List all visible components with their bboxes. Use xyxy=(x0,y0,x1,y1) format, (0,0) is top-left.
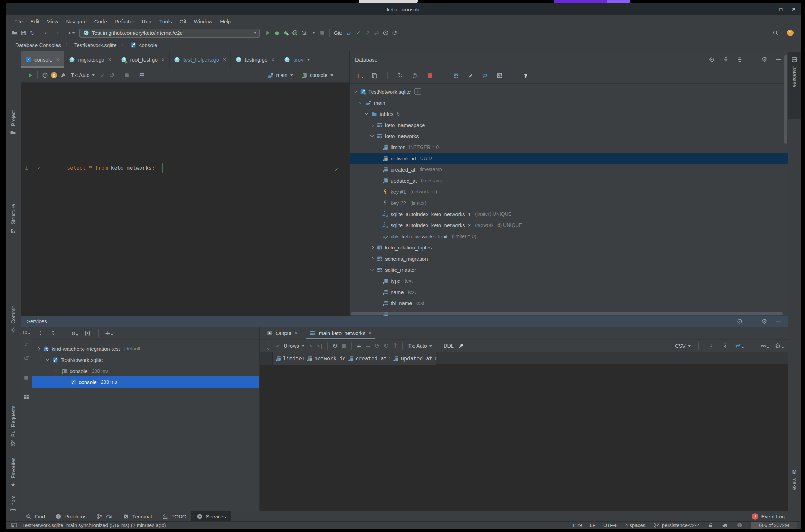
editor-tab-migrator-go[interactable]: migrator.go✕ xyxy=(64,51,116,68)
services-stop-button[interactable] xyxy=(22,373,31,382)
breadcrumb-item-console[interactable]: console xyxy=(130,42,157,49)
open-folder-button[interactable] xyxy=(10,29,19,38)
status-item-1-29[interactable]: 1:29 xyxy=(572,523,582,528)
db-stop-red-button[interactable] xyxy=(425,71,434,80)
db-tree-row-limiter[interactable]: limiterINTEGER = 0 xyxy=(350,142,788,153)
tool-strip-database[interactable]: Database xyxy=(788,52,801,119)
status-item-utf-8[interactable]: UTF-8 xyxy=(603,523,618,528)
services-expand-all-button[interactable] xyxy=(36,328,45,338)
db-tree-row-network_id[interactable]: network_idUUID xyxy=(350,153,788,164)
close-icon[interactable]: ✕ xyxy=(108,57,112,62)
tool-window-button-todo[interactable]: TODO xyxy=(157,511,191,521)
tool-window-button-git[interactable]: Git xyxy=(92,511,118,521)
db-tree-row-chk_keto_networks_limit[interactable]: chk_keto_networks_limit(limiter = 0) xyxy=(350,231,788,242)
db-tree-row-tbl_name[interactable]: tbl_nametext xyxy=(350,297,788,309)
tool-strip-favorites[interactable]: Favorites★ xyxy=(6,432,20,488)
db-tree-row-sqlite_autoindex_keto_networks_1[interactable]: iusqlite_autoindex_keto_networks_1(limit… xyxy=(350,208,788,220)
profile-p-button[interactable]: p xyxy=(49,71,58,80)
save-button[interactable] xyxy=(19,29,28,38)
services-tx-select[interactable]: Tx xyxy=(22,329,31,335)
output-layout-button[interactable]: ▤ xyxy=(137,71,146,80)
services-rollback-dim-button[interactable]: ↺ xyxy=(22,354,31,363)
chevron-right-icon[interactable] xyxy=(369,257,375,260)
maximize-button[interactable]: □ xyxy=(779,7,782,13)
db-edit-button[interactable] xyxy=(466,71,475,80)
menu-tools[interactable]: Tools xyxy=(155,15,176,27)
status-item-persistence-v2-2[interactable]: persistence-v2-2 xyxy=(653,522,699,529)
services-settings-button[interactable]: ⚙ xyxy=(760,317,769,326)
services-tree-row-console[interactable]: console238 ms xyxy=(32,365,259,376)
run-configuration-select[interactable]: Test in github.com/ory/keto/internal/e2e xyxy=(79,29,260,38)
tool-strip-structure[interactable]: Structure xyxy=(6,159,20,234)
db-tree-row-created_at[interactable]: created_attimestamp xyxy=(350,164,788,175)
horizontal-scrollbar[interactable] xyxy=(351,312,783,315)
breadcrumb-item-testnetwork-sqlite[interactable]: TestNetwork.sqlite xyxy=(74,42,117,48)
editor-tab-testing-go[interactable]: testing.go✕ xyxy=(231,51,279,68)
debug-button[interactable] xyxy=(272,29,281,38)
git-rollback-button[interactable]: ↺ xyxy=(390,29,399,38)
tool-strip-make[interactable]: Mmake xyxy=(788,469,801,504)
grid-upload-button[interactable] xyxy=(720,341,729,350)
sql-statement[interactable]: select * from keto_networks; xyxy=(67,165,155,171)
services-add-dd-button[interactable]: + xyxy=(105,328,114,338)
tool-window-layout-button[interactable] xyxy=(10,522,17,529)
dropdown-button[interactable] xyxy=(308,29,318,38)
db-tree-row-sqlite_autoindex_keto_networks_2[interactable]: iusqlite_autoindex_keto_networks_2(netwo… xyxy=(350,220,788,231)
grid-column-header-updated_at[interactable]: updated_at↕ xyxy=(390,352,436,365)
grid-view-options-button[interactable] xyxy=(760,341,769,350)
db-tree-row-testnetwork-sqlite[interactable]: TestNetwork.sqlite1 xyxy=(350,86,788,97)
db-tree-row-sqlite_master[interactable]: sqlite_master xyxy=(350,264,788,275)
session-select[interactable]: console xyxy=(301,72,333,79)
services-grid-button[interactable] xyxy=(22,392,31,401)
chevron-down-icon[interactable] xyxy=(45,359,50,360)
editor-tab-test_helpers-go[interactable]: test_helpers.go✕ xyxy=(170,51,231,68)
chevron-down-icon[interactable] xyxy=(364,113,369,114)
chevron-right-icon[interactable] xyxy=(36,348,41,350)
chevron-right-icon[interactable] xyxy=(369,124,375,126)
close-icon[interactable]: ✕ xyxy=(222,57,226,62)
back-button[interactable]: ← xyxy=(43,29,52,38)
db-open-table-button[interactable] xyxy=(451,71,460,80)
output-tab-main-keto_networks[interactable]: main.keto_networks✕ xyxy=(306,327,375,339)
db-tree-row-key-#2[interactable]: key #2(limiter) xyxy=(350,197,788,208)
db-tree-row-keto_relation_tuples[interactable]: keto_relation_tuples xyxy=(350,242,788,253)
grid-prev-page-button[interactable]: < xyxy=(273,341,282,350)
tool-window-button-problems[interactable]: Problems xyxy=(50,511,91,521)
services-add-service-button[interactable] xyxy=(83,328,92,338)
db-tree-row-updated_at[interactable]: updated_attimestamp xyxy=(350,175,788,186)
chevron-down-icon[interactable] xyxy=(369,269,375,270)
chevron-down-icon[interactable] xyxy=(54,370,59,372)
editor-tab-console[interactable]: console✕ xyxy=(21,51,64,68)
services-check-dim-button[interactable]: ✓ xyxy=(22,340,31,349)
grid-refresh-button[interactable]: ↻ xyxy=(330,341,339,350)
grid-compare-button[interactable]: ⇄ xyxy=(734,341,744,350)
git-diff-button[interactable]: ⇄ xyxy=(372,29,381,38)
menu-navigate[interactable]: Navigate xyxy=(62,15,91,27)
output-tab-Output[interactable]: Output✕ xyxy=(263,327,302,339)
menu-window[interactable]: Window xyxy=(190,15,216,27)
grid-stop-button[interactable] xyxy=(339,341,349,350)
sql-editor[interactable]: 1 ✓ select * from keto_networks; ✓ xyxy=(21,83,349,316)
history-button[interactable] xyxy=(40,71,49,80)
chevron-right-icon[interactable] xyxy=(369,246,375,249)
chevron-down-icon[interactable] xyxy=(358,102,364,103)
profile-clock-button[interactable] xyxy=(299,29,308,38)
breadcrumb-item-database-consoles[interactable]: Database Consoles xyxy=(15,42,61,48)
db-tree-row-main[interactable]: main xyxy=(350,97,788,108)
db-sync-schema-button[interactable] xyxy=(411,71,420,80)
sort-icon[interactable]: ↕ xyxy=(433,356,437,361)
services-hide-button[interactable]: — xyxy=(774,317,783,326)
db-locate-button[interactable] xyxy=(707,55,716,64)
status-cloud-settings-button[interactable] xyxy=(721,522,728,529)
menu-code[interactable]: Code xyxy=(91,15,111,27)
profiler-button[interactable] xyxy=(290,29,299,38)
run-button[interactable] xyxy=(25,71,34,80)
grid-page-size-select[interactable]: 0 rows xyxy=(284,343,304,349)
db-add-dd-button[interactable]: + xyxy=(355,71,364,80)
grid-column-header-limiter[interactable]: limiter↕ xyxy=(273,352,304,365)
db-tree-row-tables[interactable]: tables5 xyxy=(350,108,788,119)
close-icon[interactable]: ✕ xyxy=(161,57,165,62)
tool-window-button-terminal[interactable]: Terminal xyxy=(118,511,157,521)
menu-git[interactable]: Git xyxy=(176,15,190,27)
status-info-button[interactable] xyxy=(736,522,743,529)
